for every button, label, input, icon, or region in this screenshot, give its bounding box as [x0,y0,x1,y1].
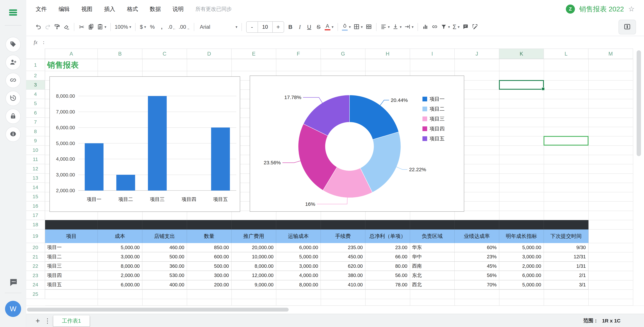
row-header-21[interactable]: 21 [26,252,45,262]
cell-r23c4[interactable]: 300.00 [187,271,232,280]
fill-handle[interactable] [542,87,545,91]
column-header-D[interactable]: D [187,49,232,59]
zoom-select[interactable]: 100%▾ [113,22,132,32]
row-header-15[interactable]: 15 [26,192,45,202]
font-family-select[interactable]: Arial▾ [197,22,239,32]
comment-button[interactable] [461,22,470,32]
column-header-L[interactable]: L [544,49,588,59]
row-header-5[interactable]: 5 [26,99,45,108]
row-header-13[interactable]: 13 [26,174,45,183]
text-color-button[interactable]: A ▾ [323,22,335,32]
cell-r24c12[interactable]: 3/1 [544,280,588,289]
row-header-20[interactable]: 20 [26,243,45,252]
cell-r23c12[interactable]: 2/1 [544,271,588,280]
cell-r23c3[interactable]: 530.00 [142,271,187,280]
cell-r21c9[interactable]: 华中 [410,252,455,261]
row-header-17[interactable]: 17 [26,211,45,220]
menu-item-视图[interactable]: 视图 [81,5,92,13]
cell-r24c6[interactable]: 8,000.00 [276,280,321,289]
owner-avatar[interactable]: Z [566,5,575,14]
chat-button[interactable] [8,277,19,288]
cell-r20c3[interactable]: 460.00 [142,243,187,252]
cell-r21c7[interactable]: 450.00 [321,252,366,261]
cell-r24c10[interactable]: 70% [455,280,499,289]
add-sheet-button[interactable]: + [33,316,42,325]
column-header-A[interactable]: A [45,49,98,59]
cell-r21c3[interactable]: 500.00 [142,252,187,261]
tag-button[interactable] [6,37,21,52]
cell-r22c12[interactable]: 1/31 [544,262,588,271]
cell-r22c1[interactable]: 项目三 [45,262,98,271]
table-row[interactable]: 项目二3,000.00500.00600.0010,000.005,000.00… [45,252,588,262]
decrease-decimal-button[interactable]: .0← [166,22,177,32]
bold-button[interactable]: B [286,22,295,32]
underline-button[interactable]: U [304,22,314,32]
cell-r22c6[interactable]: 3,000.00 [276,262,321,271]
menu-item-编辑[interactable]: 编辑 [58,5,70,13]
cell-r22c2[interactable]: 8,000.00 [98,262,142,271]
active-cell-selection[interactable] [499,80,544,90]
cell-r22c11[interactable]: 2,000.00 [499,262,544,271]
all-sheets-button[interactable]: ⋮ [44,316,52,325]
cell-r24c1[interactable]: 项目五 [45,280,98,289]
cut-button[interactable]: ✂ [77,22,86,32]
column-header-G[interactable]: G [321,49,366,59]
cell-r21c6[interactable]: 5,000.00 [276,252,321,261]
cell-r21c4[interactable]: 600.00 [187,252,232,261]
row-header-2[interactable]: 2 [26,71,45,80]
cell-r23c10[interactable]: 56% [455,271,499,280]
donut-chart-object[interactable]: 20.44%22.22%16%23.56%17.78%项目一项目二项目三项目四项… [250,76,464,212]
lock-button[interactable] [6,109,21,124]
borders-button[interactable]: ▾ [352,22,364,32]
cell-r22c3[interactable]: 360.00 [142,262,187,271]
insert-link-button[interactable] [430,22,440,32]
cell-r24c8[interactable]: 78.00 [366,280,410,289]
column-header-J[interactable]: J [455,49,499,59]
doc-title[interactable]: 销售报表 2022 [579,5,624,14]
cell-r20c6[interactable]: 6,000.00 [276,243,321,252]
cell-r24c11[interactable]: 5,000.00 [499,280,544,289]
cell-r20c12[interactable]: 9/30 [544,243,588,252]
row-header-7[interactable]: 7 [26,118,45,127]
table-row[interactable]: 项目五6,000.00400.00200.009,000.008,000.004… [45,280,588,290]
menu-item-插入[interactable]: 插入 [104,5,115,13]
menu-item-说明[interactable]: 说明 [172,5,184,13]
cell-r23c8[interactable]: 56.00 [366,271,410,280]
font-size-decrease-button[interactable]: - [246,22,258,32]
row-header-24[interactable]: 24 [26,280,45,290]
sheet-tab-active[interactable]: 工作表1 [53,315,90,326]
font-size-increase-button[interactable]: + [273,22,284,32]
star-icon[interactable]: ☆ [628,6,634,13]
cell-r21c1[interactable]: 项目二 [45,252,98,261]
cell-r20c9[interactable]: 华东 [410,243,455,252]
row-header-11[interactable]: 11 [26,155,45,164]
link-button[interactable] [6,73,21,88]
cell-r20c10[interactable]: 60% [455,243,499,252]
cell-r21c5[interactable]: 10,000.00 [232,252,276,261]
main-menu-icon[interactable] [9,10,17,16]
format-brush-button[interactable] [470,22,480,32]
percent-format-button[interactable]: % [148,22,157,32]
cell-r20c4[interactable]: 850.00 [187,243,232,252]
cell-r21c11[interactable]: 3,000.00 [499,252,544,261]
history-button[interactable] [6,91,21,106]
side-panel-toggle[interactable] [618,20,636,35]
cell-r24c2[interactable]: 6,000.00 [98,280,142,289]
row-header-16[interactable]: 16 [26,201,45,211]
cell-r24c3[interactable]: 400.00 [142,280,187,289]
row-header-14[interactable]: 14 [26,183,45,192]
cell-r23c1[interactable]: 项目四 [45,271,98,280]
cell-r23c11[interactable]: 6,000.00 [499,271,544,280]
horizontal-scrollbar[interactable] [27,308,289,311]
cell-r22c9[interactable]: 西南 [410,262,455,271]
cell-r21c10[interactable]: 23% [455,252,499,261]
comma-format-button[interactable]: , [157,22,166,32]
cell-r20c7[interactable]: 235.00 [321,243,366,252]
table-row[interactable]: 项目四2,000.00530.00300.0012,000.004,000.00… [45,271,588,280]
cell-r23c7[interactable]: 380.00 [321,271,366,280]
cell-r22c4[interactable]: 500.00 [187,262,232,271]
title-cell[interactable]: 销售报表 [47,59,79,71]
row-header-4[interactable]: 4 [26,90,45,99]
cell-r21c12[interactable]: 12/31 [544,252,588,261]
cell-r24c4[interactable]: 200.00 [187,280,232,289]
